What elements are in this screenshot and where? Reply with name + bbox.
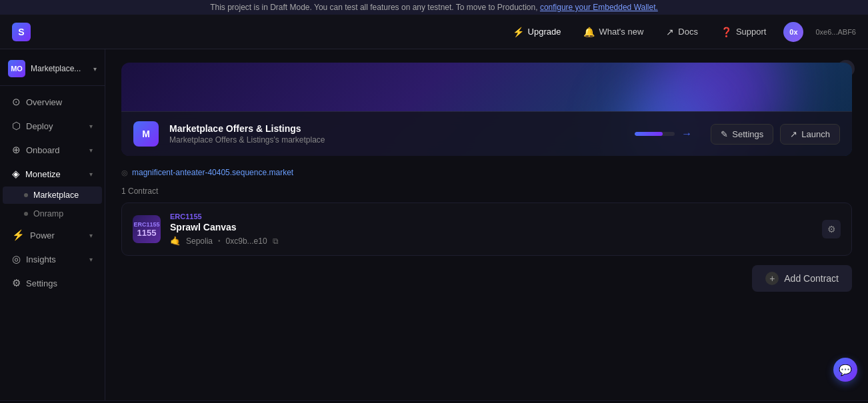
marketplace-info: Marketplace Offers & Listings Marketplac… — [169, 123, 624, 145]
sidebar-item-onboard[interactable]: ⊕ Onboard ▾ — [3, 139, 102, 161]
marketplace-subtitle: Marketplace Offers & Listings's marketpl… — [169, 135, 624, 145]
footer: Sequence.xyz · Explorer · Discord · Term… — [0, 400, 868, 403]
launch-button[interactable]: ↗ Launch — [780, 124, 840, 145]
sidebar: MO Marketplace... ▾ ⊙ Overview ⬡ Deploy … — [0, 49, 105, 400]
chevron-down-icon: ▾ — [89, 147, 93, 154]
deploy-icon: ⬡ — [12, 120, 21, 132]
main-layout: MO Marketplace... ▾ ⊙ Overview ⬡ Deploy … — [0, 49, 868, 400]
support-button[interactable]: ❓ Support — [715, 24, 772, 40]
sidebar-item-label: Power — [30, 230, 55, 240]
progress-fill — [635, 132, 663, 136]
top-navigation: S ⚡ Upgrade 🔔 What's new ↗ Docs ❓ Suppor… — [0, 15, 868, 49]
sidebar-item-deploy[interactable]: ⬡ Deploy ▾ — [3, 115, 102, 137]
sidebar-item-label: Onboard — [26, 145, 60, 155]
dot-icon — [24, 212, 28, 216]
banner-link[interactable]: configure your Embedded Wallet. — [540, 3, 658, 12]
sidebar-item-settings[interactable]: ⚙ Settings — [3, 272, 102, 294]
overview-icon: ⊙ — [12, 96, 21, 108]
sidebar-item-label: Deploy — [26, 121, 53, 131]
monetize-icon: ◈ — [12, 168, 20, 180]
power-icon: ⚡ — [12, 229, 25, 241]
project-name: Marketplace... — [31, 64, 88, 73]
sidebar-item-label: Overview — [26, 97, 62, 107]
sidebar-item-overview[interactable]: ⊙ Overview — [3, 91, 102, 113]
arrow-right-icon: → — [681, 128, 692, 140]
plus-icon: + — [765, 272, 779, 285]
chevron-down-icon: ▾ — [89, 256, 93, 263]
insights-icon: ◎ — [12, 253, 21, 265]
docs-button[interactable]: ↗ Docs — [661, 24, 703, 40]
pencil-icon: ✎ — [721, 129, 728, 139]
draft-mode-banner: This project is in Draft Mode. You can t… — [0, 0, 868, 15]
sidebar-item-monetize[interactable]: ◈ Monetize ▾ — [3, 163, 102, 185]
chevron-down-icon: ▾ — [89, 232, 93, 239]
contract-network: Sepolia — [186, 236, 213, 246]
sidebar-item-insights[interactable]: ◎ Insights ▾ — [3, 248, 102, 270]
contract-gear-button[interactable]: ⚙ — [822, 220, 841, 238]
contracts-header: 1 Contract — [121, 187, 852, 196]
network-emoji: 🤙 — [170, 236, 181, 246]
settings-button[interactable]: ✎ Settings — [711, 124, 773, 145]
sidebar-sub-label: Marketplace — [33, 191, 79, 200]
chevron-down-icon: ▾ — [89, 171, 93, 178]
progress-bar — [635, 132, 675, 136]
marketplace-m-icon: M — [133, 121, 159, 147]
nav-right: ⚡ Upgrade 🔔 What's new ↗ Docs ❓ Support … — [507, 22, 856, 42]
marketplace-info-card: M Marketplace Offers & Listings Marketpl… — [121, 111, 852, 156]
contract-type: ERC1155 — [170, 212, 813, 220]
sidebar-item-label: Monetize — [25, 169, 61, 179]
sidebar-item-label: Settings — [26, 278, 57, 288]
user-address: 0xe6...ABF6 — [815, 28, 856, 36]
chevron-down-icon: ▾ — [89, 123, 93, 130]
onboard-icon: ⊕ — [12, 144, 21, 156]
globe-icon: ◎ — [121, 169, 128, 177]
sidebar-item-label: Insights — [26, 254, 56, 264]
project-selector[interactable]: MO Marketplace... ▾ — [0, 55, 105, 86]
support-icon: ❓ — [721, 27, 732, 37]
copy-icon[interactable]: ⧉ — [273, 236, 279, 246]
contract-address: 0xc9b...e10 — [226, 236, 267, 246]
external-link-icon: ↗ — [790, 129, 797, 139]
marketplace-banner: M Marketplace Offers & Listings Marketpl… — [121, 63, 852, 156]
marketplace-actions: ✎ Settings ↗ Launch — [711, 124, 840, 145]
upgrade-button[interactable]: ⚡ Upgrade — [507, 24, 567, 40]
whats-new-button[interactable]: 🔔 What's new — [578, 24, 649, 40]
arrow-icon: ↗ — [666, 27, 674, 37]
domain-text: magnificent-anteater-40405.sequence.mark… — [132, 168, 293, 177]
contract-meta: 🤙 Sepolia • 0xc9b...e10 ⧉ — [170, 236, 813, 246]
banner-text: This project is in Draft Mode. You can t… — [210, 3, 537, 12]
dot-icon — [24, 193, 28, 197]
add-contract-area: + Add Contract — [121, 265, 852, 292]
contract-card: ERC1155 1155 ERC1155 Sprawl Canvas 🤙 Sep… — [121, 202, 852, 256]
logo-icon[interactable]: S — [12, 23, 31, 41]
avatar[interactable]: 0x — [783, 22, 803, 42]
sidebar-item-power[interactable]: ⚡ Power ▾ — [3, 224, 102, 246]
chat-button[interactable]: 💬 — [833, 358, 857, 382]
bell-icon: 🔔 — [583, 27, 595, 37]
nav-left: S — [12, 23, 31, 41]
main-content: ? M Marketplace Offers & Listings Market… — [105, 49, 868, 400]
sidebar-sub-label: Onramp — [33, 209, 63, 218]
separator: • — [218, 237, 221, 244]
contract-icon: ERC1155 1155 — [133, 215, 161, 243]
contract-name: Sprawl Canvas — [170, 222, 813, 232]
sidebar-sub-item-onramp[interactable]: Onramp — [3, 205, 102, 222]
marketplace-title: Marketplace Offers & Listings — [169, 123, 624, 134]
lightning-icon: ⚡ — [513, 27, 524, 37]
contract-info: ERC1155 Sprawl Canvas 🤙 Sepolia • 0xc9b.… — [170, 212, 813, 246]
project-icon: MO — [8, 60, 25, 77]
sidebar-sub-item-marketplace[interactable]: Marketplace — [3, 187, 102, 204]
domain-tag: ◎ magnificent-anteater-40405.sequence.ma… — [121, 168, 852, 177]
progress-area: → — [635, 128, 692, 140]
settings-icon: ⚙ — [12, 277, 21, 289]
add-contract-button[interactable]: + Add Contract — [752, 265, 852, 292]
chevron-down-icon: ▾ — [93, 65, 97, 73]
